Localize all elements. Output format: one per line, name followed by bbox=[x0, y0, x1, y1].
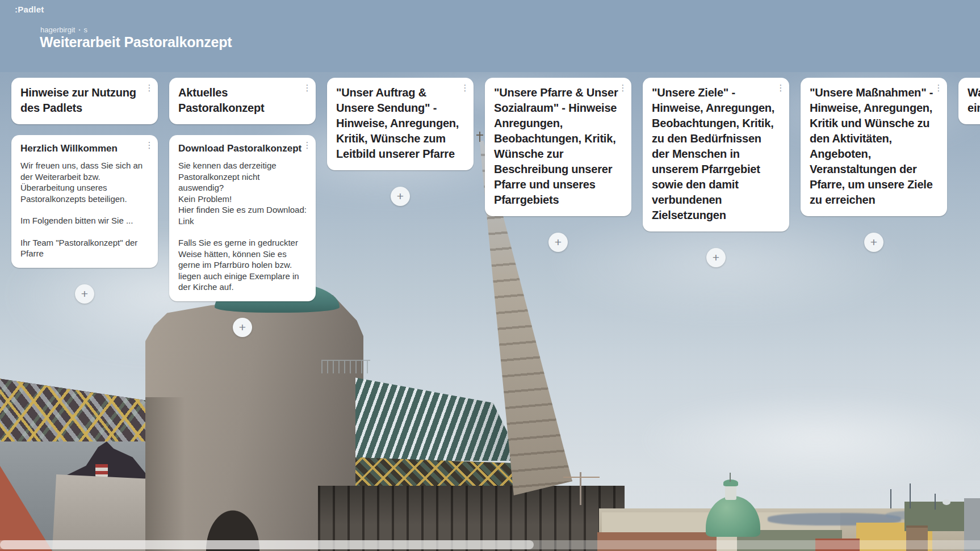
section-title: Aktuelles Pastoralkonzept bbox=[178, 85, 307, 116]
dome-lantern bbox=[725, 484, 736, 500]
vertical-ellipsis-icon: ⋮ bbox=[935, 83, 943, 92]
vertical-ellipsis-icon: ⋮ bbox=[619, 83, 627, 92]
tower-arch-window bbox=[199, 499, 267, 551]
column-unsere-pfarre-sozialraum: "Unsere Pfarre & Unser Sozialraum" - Hin… bbox=[485, 78, 631, 252]
section-header-card[interactable]: Aktuelles Pastoralkonzept ⋮ bbox=[169, 78, 316, 124]
cloud bbox=[636, 392, 980, 488]
post-paragraph: Wir freuen uns, dass Sie sich an der Wei… bbox=[20, 160, 149, 204]
card-menu-button[interactable]: ⋮ bbox=[933, 82, 944, 94]
top-bar: :Padlet hagerbirgit • s Weiterarbeit Pas… bbox=[0, 0, 980, 72]
vertical-ellipsis-icon: ⋮ bbox=[303, 83, 312, 92]
plus-icon: + bbox=[397, 190, 404, 203]
post-paragraph: Falls Sie es gerne in gedruckter Weise h… bbox=[178, 237, 307, 293]
satellite-dish bbox=[943, 499, 950, 505]
section-title: "Unsere Ziele" - Hinweise, Anregungen, B… bbox=[652, 85, 780, 223]
antenna bbox=[910, 483, 911, 508]
plus-icon: + bbox=[713, 251, 719, 264]
building-edge bbox=[964, 498, 980, 551]
section-title: "Unsere Pfarre & Unser Sozialraum" - Hin… bbox=[494, 85, 622, 208]
vertical-ellipsis-icon: ⋮ bbox=[461, 83, 470, 92]
tower-shadow bbox=[145, 397, 185, 551]
column-partial-right: Wa ein bbox=[958, 78, 980, 124]
post-title: Download Pastoralkonzept bbox=[178, 142, 307, 155]
post-card[interactable]: Herzlich Willkommen Wir freuen uns, dass… bbox=[11, 135, 158, 268]
card-menu-button[interactable]: ⋮ bbox=[617, 82, 629, 94]
card-menu-button[interactable]: ⋮ bbox=[301, 139, 313, 152]
post-paragraph: Ihr Team "Pastoralkonzept" der Pfarre bbox=[20, 237, 149, 259]
column-unser-auftrag: "Unser Auftrag & Unsere Sendung" - Hinwe… bbox=[327, 78, 474, 206]
author-name[interactable]: hagerbirgit bbox=[40, 26, 75, 34]
column-hinweise-zur-nutzung: Hinweise zur Nutzung des Padlets ⋮ Herzl… bbox=[11, 78, 158, 304]
author-suffix: s bbox=[84, 26, 88, 34]
construction-crane-jib bbox=[563, 477, 600, 478]
section-header-card[interactable]: "Unsere Maßnahmen" - Hinweise, Anregunge… bbox=[801, 78, 947, 216]
vertical-ellipsis-icon: ⋮ bbox=[145, 83, 154, 92]
section-header-card[interactable]: Hinweise zur Nutzung des Padlets ⋮ bbox=[11, 78, 158, 124]
antenna bbox=[935, 494, 936, 510]
post-body: Wir freuen uns, dass Sie sich an der Wei… bbox=[20, 160, 149, 259]
section-title: Wa ein bbox=[968, 85, 980, 116]
plus-icon: + bbox=[870, 235, 877, 249]
plus-icon: + bbox=[81, 287, 88, 300]
column-aktuelles-pastoralkonzept: Aktuelles Pastoralkonzept ⋮ Download Pas… bbox=[169, 78, 316, 337]
section-header-card[interactable]: "Unser Auftrag & Unsere Sendung" - Hinwe… bbox=[327, 78, 474, 170]
card-menu-button[interactable]: ⋮ bbox=[144, 82, 155, 94]
column-unsere-ziele: "Unsere Ziele" - Hinweise, Anregungen, B… bbox=[643, 78, 789, 267]
plus-icon: + bbox=[555, 235, 562, 249]
section-title: "Unsere Maßnahmen" - Hinweise, Anregunge… bbox=[810, 85, 938, 208]
vertical-ellipsis-icon: ⋮ bbox=[145, 140, 154, 150]
card-menu-button[interactable]: ⋮ bbox=[775, 82, 786, 94]
board-title: Weiterarbeit Pastoralkonzept bbox=[40, 34, 232, 51]
dome-needle bbox=[730, 473, 731, 482]
add-post-button[interactable]: + bbox=[75, 284, 94, 304]
brick-chimney bbox=[906, 525, 928, 551]
add-post-button[interactable]: + bbox=[864, 233, 883, 252]
board-author-line: hagerbirgit • s bbox=[40, 26, 87, 34]
vertical-ellipsis-icon: ⋮ bbox=[303, 140, 312, 150]
post-body: Sie kennen das derzeitige Pastoralkonzep… bbox=[178, 160, 307, 293]
section-title: Hinweise zur Nutzung des Padlets bbox=[20, 85, 149, 116]
padlet-logo[interactable]: :Padlet bbox=[15, 5, 44, 14]
author-separator-dot: • bbox=[78, 27, 80, 33]
post-title: Herzlich Willkommen bbox=[20, 142, 149, 155]
add-post-button[interactable]: + bbox=[706, 248, 726, 267]
column-unsere-massnahmen: "Unsere Maßnahmen" - Hinweise, Anregunge… bbox=[801, 78, 947, 252]
add-post-button[interactable]: + bbox=[391, 187, 410, 206]
section-header-card[interactable]: "Unsere Ziele" - Hinweise, Anregungen, B… bbox=[643, 78, 789, 232]
add-post-button[interactable]: + bbox=[548, 233, 568, 252]
card-menu-button[interactable]: ⋮ bbox=[459, 82, 471, 94]
stone-wall bbox=[52, 474, 153, 551]
post-paragraph: Im Folgenden bitten wir Sie ... bbox=[20, 215, 149, 226]
section-header-card[interactable]: Wa ein bbox=[958, 78, 980, 124]
section-title: "Unser Auftrag & Unsere Sendung" - Hinwe… bbox=[336, 85, 464, 162]
card-menu-button[interactable]: ⋮ bbox=[301, 82, 313, 94]
vertical-ellipsis-icon: ⋮ bbox=[777, 83, 785, 92]
post-paragraph: Sie kennen das derzeitige Pastoralkonzep… bbox=[178, 160, 307, 226]
red-roof bbox=[815, 539, 860, 551]
board-columns: Hinweise zur Nutzung des Padlets ⋮ Herzl… bbox=[11, 78, 980, 337]
add-post-button[interactable]: + bbox=[233, 318, 252, 337]
red-tile-roof bbox=[597, 532, 717, 551]
padlet-board-screen: :Padlet hagerbirgit • s Weiterarbeit Pas… bbox=[0, 0, 980, 551]
gothic-facade bbox=[318, 486, 625, 551]
roof-railing bbox=[321, 360, 370, 373]
card-menu-button[interactable]: ⋮ bbox=[144, 139, 155, 152]
antenna bbox=[890, 489, 891, 508]
plus-icon: + bbox=[239, 321, 246, 334]
post-card[interactable]: Download Pastoralkonzept Sie kennen das … bbox=[169, 135, 316, 301]
section-header-card[interactable]: "Unsere Pfarre & Unser Sozialraum" - Hin… bbox=[485, 78, 631, 216]
dome-lantern-cap bbox=[723, 480, 738, 486]
